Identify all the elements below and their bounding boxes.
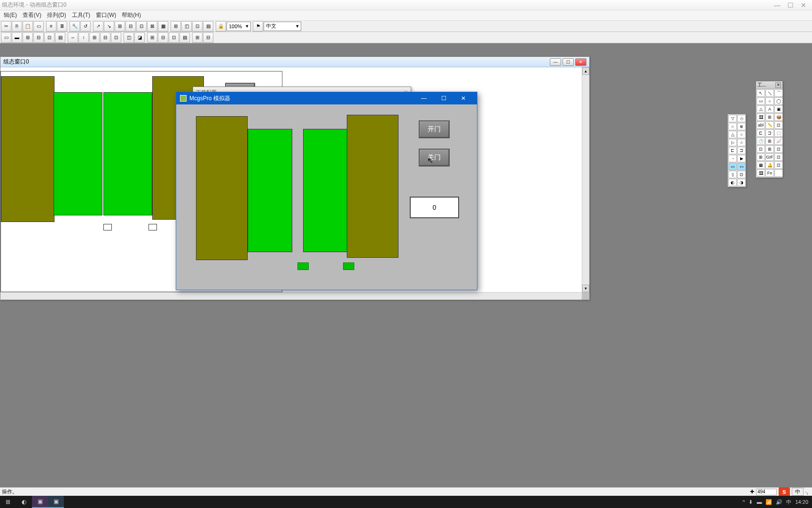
t2-12[interactable]: ◫ [124, 32, 134, 43]
mdi-scrollbar-h[interactable] [0, 292, 582, 300]
mdi-maximize[interactable]: ☐ [562, 58, 574, 66]
t2-3[interactable]: ⊞ [23, 32, 33, 43]
tool-gif[interactable]: GIF [765, 153, 774, 161]
shape-olive-left[interactable] [1, 76, 55, 222]
tbs-1[interactable]: ▽ [728, 115, 737, 122]
tool-bell[interactable]: 🔔 [765, 161, 774, 169]
maximize-button[interactable]: ☐ [784, 1, 797, 9]
tbs-15[interactable]: ▯ [728, 171, 737, 178]
tool-rect[interactable]: ▭ [757, 97, 765, 105]
tool-line[interactable]: ＼ [765, 89, 774, 97]
tool-c9[interactable]: ⊡ [774, 153, 783, 161]
sim-close[interactable]: ✕ [453, 92, 473, 104]
tray-clock[interactable]: 14:20 [795, 499, 808, 505]
tbs-14[interactable]: ▭ [737, 163, 746, 170]
handle-2[interactable] [148, 224, 157, 230]
t2-9[interactable]: ⊞ [89, 32, 100, 43]
taskbar-start[interactable]: ⊞ [0, 496, 16, 508]
tbs-2[interactable]: ◇ [737, 115, 746, 122]
tb-copy[interactable]: ⎘ [12, 21, 22, 32]
tbs-5[interactable]: △ [728, 131, 737, 138]
tb-b14[interactable]: ▤ [203, 21, 213, 32]
t2-18[interactable]: ⊞ [192, 32, 203, 43]
tb-b11[interactable]: ▦ [158, 21, 168, 32]
tb-flag[interactable]: ⚑ [253, 21, 263, 32]
status-ime-cn[interactable]: 中 [792, 488, 804, 496]
tb-cut[interactable]: ✂ [1, 21, 11, 32]
tb-b7[interactable]: ⊞ [115, 21, 125, 32]
handle-1[interactable] [103, 224, 112, 230]
tbs-11[interactable]: → [728, 155, 737, 162]
tbs-9[interactable]: ⊏ [728, 147, 737, 154]
tray-battery-icon[interactable]: ▬ [757, 499, 762, 505]
menu-window[interactable]: 窗口(W) [93, 10, 119, 20]
tb-b13[interactable]: ⊡ [192, 21, 203, 32]
tb-b8[interactable]: ⊟ [125, 21, 136, 32]
tbs-6[interactable]: ○ [737, 131, 746, 138]
tool-c7[interactable]: ⊡ [774, 145, 783, 153]
tool-img[interactable]: 🖼 [757, 113, 765, 121]
mdi-titlebar[interactable]: 组态窗口0 — ☐ ✕ [0, 57, 589, 67]
sim-open-button[interactable]: 开门 [419, 120, 450, 138]
zoom-combo[interactable]: 100%▾ [226, 22, 251, 31]
tool-poly[interactable]: △ [757, 105, 765, 113]
tray-volume-icon[interactable]: 🔊 [776, 499, 782, 505]
t2-16[interactable]: ⊡ [169, 32, 179, 43]
tbs-17[interactable]: ◐ [728, 179, 737, 186]
t2-8[interactable]: ↕ [78, 32, 89, 43]
t2-15[interactable]: ⊟ [158, 32, 168, 43]
toolbox-main[interactable]: 工... ✕ ↖ ＼ ⌒ ▭ ○ ◯ △ A ▣ 🖼 ⊞ 📦 abl 📏 ⊡ ⊏… [756, 81, 783, 178]
mdi-scrollbar-v[interactable]: ▲ ▼ [582, 67, 589, 292]
t2-2[interactable]: ▬ [12, 32, 22, 43]
tool-c2[interactable]: ⊏ [757, 129, 765, 137]
tray-wifi-icon[interactable]: 📶 [765, 499, 772, 505]
status-more[interactable]: ·, [804, 489, 810, 495]
tool-clock[interactable]: 🕐 [757, 137, 765, 145]
tbs-4[interactable]: ⊕ [737, 123, 746, 130]
lang-combo[interactable]: 中文▾ [264, 22, 301, 31]
tool-c6[interactable]: ⊞ [765, 145, 774, 153]
scroll-down[interactable]: ▼ [582, 285, 589, 292]
tool-text[interactable]: A [765, 105, 774, 113]
tb-b5[interactable]: ↗ [93, 21, 103, 32]
toolbox-close[interactable]: ✕ [775, 82, 781, 88]
menu-help[interactable]: 帮助(H) [119, 10, 144, 20]
tool-qr[interactable]: ▩ [757, 161, 765, 169]
taskbar-app2[interactable]: ▣ [32, 496, 48, 508]
t2-19[interactable]: ⊟ [203, 32, 213, 43]
tbs-12[interactable]: ▶ [737, 155, 746, 162]
t2-6[interactable]: ▤ [55, 32, 65, 43]
minimize-button[interactable]: — [771, 1, 784, 9]
t2-14[interactable]: ⊞ [147, 32, 157, 43]
close-button[interactable]: ✕ [797, 1, 810, 9]
tool-scale[interactable]: 📏 [765, 121, 774, 129]
tbs-8[interactable]: ☆ [737, 139, 746, 146]
tool-abl[interactable]: abl [757, 121, 765, 129]
tool-grp[interactable]: ⊞ [765, 113, 774, 121]
tool-c5[interactable]: ⊡ [757, 145, 765, 153]
sim-close-button[interactable]: 关门 ↖ [419, 149, 450, 167]
tool-ellipse[interactable]: ○ [765, 97, 774, 105]
tb-b9[interactable]: ⊡ [136, 21, 147, 32]
t2-17[interactable]: ▤ [180, 32, 190, 43]
sim-value-display[interactable]: 0 [410, 197, 459, 218]
tool-roundrect[interactable]: ◯ [774, 97, 783, 105]
tb-b1[interactable]: ≡ [46, 21, 56, 32]
tool-lib[interactable]: 📦 [774, 113, 783, 121]
tool-tbl[interactable]: ⊞ [765, 137, 774, 145]
tray-ime[interactable]: 中 [786, 499, 791, 506]
toolbox-small[interactable]: ▽ ◇ ○ ⊕ △ ○ ▷ ☆ ⊏ ⊐ → ▶ ▭ ▭ ▯ ⊡ ◐ ◑ [727, 114, 746, 187]
tb-b12[interactable]: ◫ [181, 21, 192, 32]
tb-grid[interactable]: ⊞ [171, 21, 181, 32]
tbs-3[interactable]: ○ [728, 123, 737, 130]
tool-c8[interactable]: ⊞ [757, 153, 765, 161]
tbs-13[interactable]: ▭ [728, 163, 737, 170]
tbs-18[interactable]: ◑ [737, 179, 746, 186]
t2-10[interactable]: ⊟ [100, 32, 110, 43]
sim-maximize[interactable]: ☐ [434, 92, 453, 104]
sim-minimize[interactable]: — [414, 92, 434, 104]
tool-c11[interactable] [774, 169, 783, 177]
tool-pointer[interactable]: ↖ [757, 89, 765, 97]
tb-lock[interactable]: 🔒 [216, 21, 226, 32]
tb-b6[interactable]: ↘ [104, 21, 114, 32]
